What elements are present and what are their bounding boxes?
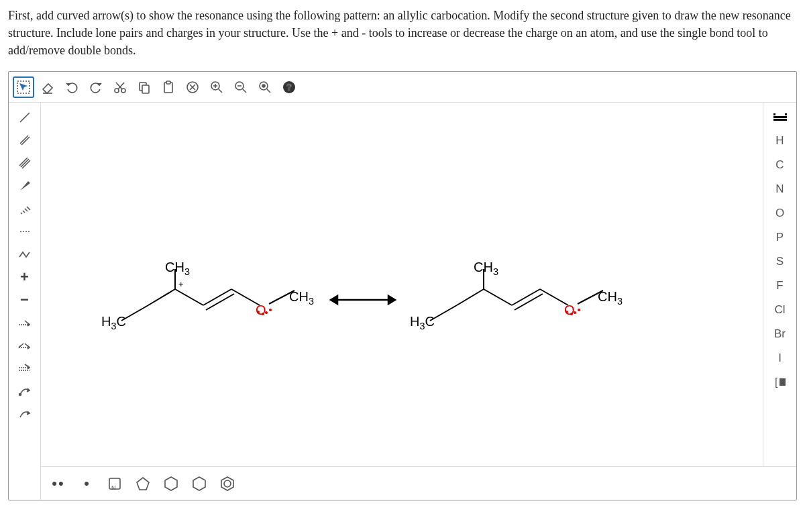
group-tool-icon[interactable]: [ bbox=[769, 371, 791, 392]
svg-marker-69 bbox=[388, 296, 395, 304]
svg-marker-70 bbox=[331, 296, 337, 304]
left-ch3-right-label: CH3 bbox=[289, 289, 314, 307]
redo-icon[interactable] bbox=[85, 76, 107, 98]
right-ch3-right-label: CH3 bbox=[598, 289, 623, 307]
ring-6b-icon[interactable] bbox=[189, 473, 210, 494]
instructions-text: First, add curved arrow(s) to show the r… bbox=[8, 7, 797, 59]
copy-icon[interactable] bbox=[133, 76, 155, 98]
benzene-icon[interactable] bbox=[217, 473, 238, 494]
dashed-bond-icon[interactable] bbox=[14, 221, 36, 242]
svg-line-25 bbox=[20, 113, 30, 122]
drawing-canvas[interactable]: + H3C CH3 O CH3 bbox=[41, 103, 763, 466]
svg-line-72 bbox=[457, 289, 484, 305]
svg-marker-52 bbox=[193, 477, 205, 490]
svg-line-58 bbox=[175, 289, 203, 305]
svg-line-35 bbox=[27, 207, 30, 210]
resonance-arrow-icon bbox=[323, 292, 403, 308]
svg-rect-42 bbox=[773, 113, 775, 115]
charge-minus-icon[interactable]: − bbox=[14, 289, 36, 311]
periodic-table-icon[interactable] bbox=[769, 107, 791, 128]
svg-text:N: N bbox=[111, 484, 116, 491]
lone-pair-1-icon[interactable]: • bbox=[76, 473, 97, 494]
svg-marker-31 bbox=[20, 181, 30, 191]
svg-line-56 bbox=[148, 289, 175, 305]
bottom-toolbar: •• • N bbox=[41, 466, 796, 500]
undo-icon[interactable] bbox=[61, 76, 83, 98]
svg-marker-51 bbox=[165, 477, 177, 490]
svg-text:?: ? bbox=[286, 82, 292, 93]
svg-text:+: + bbox=[178, 279, 184, 289]
chemistry-editor: ? + − H C N O P S F Cl Br I [ •• • N bbox=[8, 71, 797, 500]
double-bond-icon[interactable] bbox=[14, 129, 36, 151]
svg-line-14 bbox=[219, 89, 222, 93]
paste-icon[interactable] bbox=[158, 76, 179, 98]
zoom-in-icon[interactable] bbox=[206, 76, 227, 98]
svg-text:[: [ bbox=[775, 376, 778, 388]
right-h3c-label: H3C bbox=[410, 314, 435, 331]
svg-line-21 bbox=[267, 89, 270, 93]
zoom-fit-icon[interactable] bbox=[254, 76, 276, 98]
svg-rect-47 bbox=[780, 378, 786, 386]
svg-line-32 bbox=[21, 213, 22, 214]
atom-c-button[interactable]: C bbox=[769, 154, 792, 176]
help-icon[interactable]: ? bbox=[278, 76, 300, 98]
hash-bond-icon[interactable] bbox=[14, 198, 36, 219]
eraser-tool-icon[interactable] bbox=[37, 76, 58, 98]
atom-o-button[interactable]: O bbox=[769, 202, 792, 225]
top-toolbar: ? bbox=[9, 72, 796, 103]
svg-rect-9 bbox=[166, 81, 170, 84]
structure-right bbox=[403, 257, 618, 344]
svg-point-41 bbox=[19, 394, 21, 396]
right-toolbar: H C N O P S F Cl Br I [ bbox=[763, 103, 796, 466]
atom-br-button[interactable]: Br bbox=[769, 323, 792, 345]
left-h3c-label: H3C bbox=[101, 314, 126, 331]
atom-n-button[interactable]: N bbox=[769, 178, 792, 201]
ring-5-icon[interactable] bbox=[132, 473, 154, 494]
pushing-arrow-1-icon[interactable] bbox=[14, 312, 36, 333]
lone-pair-2-icon[interactable]: •• bbox=[48, 473, 69, 494]
atom-cl-button[interactable]: Cl bbox=[769, 299, 792, 321]
zoom-out-icon[interactable] bbox=[230, 76, 252, 98]
right-ch3-top-label: CH3 bbox=[474, 260, 498, 277]
charge-plus-icon[interactable]: + bbox=[14, 266, 36, 288]
svg-line-34 bbox=[25, 209, 28, 211]
svg-marker-50 bbox=[137, 478, 149, 490]
wedge-bond-icon[interactable] bbox=[14, 175, 36, 197]
curved-arrow-half-icon[interactable] bbox=[14, 380, 36, 402]
svg-line-74 bbox=[484, 289, 512, 305]
svg-marker-53 bbox=[221, 477, 233, 490]
ring-6-icon[interactable] bbox=[160, 473, 182, 494]
svg-line-33 bbox=[23, 211, 25, 213]
svg-point-22 bbox=[262, 85, 265, 87]
pushing-arrow-3-icon[interactable] bbox=[14, 358, 36, 379]
left-ch3-top-label: CH3 bbox=[165, 260, 190, 277]
svg-point-82 bbox=[578, 309, 580, 311]
selection-tool-icon[interactable] bbox=[13, 76, 34, 98]
single-bond-icon[interactable] bbox=[14, 107, 36, 128]
atom-h-button[interactable]: H bbox=[769, 129, 792, 152]
svg-point-66 bbox=[269, 309, 272, 311]
left-o-label: O bbox=[256, 303, 266, 318]
right-o-label: O bbox=[564, 303, 575, 318]
delete-circle-icon[interactable] bbox=[182, 76, 203, 98]
triple-bond-icon[interactable] bbox=[14, 152, 36, 174]
atom-p-button[interactable]: P bbox=[769, 226, 792, 249]
curved-arrow-full-icon[interactable] bbox=[14, 403, 36, 425]
cut-icon[interactable] bbox=[109, 76, 131, 98]
chain-tool-icon[interactable] bbox=[14, 244, 36, 265]
atom-f-button[interactable]: F bbox=[769, 274, 792, 297]
atom-s-button[interactable]: S bbox=[769, 250, 792, 273]
svg-point-54 bbox=[224, 480, 231, 487]
structure-left: + bbox=[95, 257, 309, 344]
svg-rect-44 bbox=[773, 116, 787, 118]
pushing-arrow-2-icon[interactable] bbox=[14, 335, 36, 356]
svg-rect-7 bbox=[142, 85, 149, 93]
ring-N-icon[interactable]: N bbox=[104, 473, 125, 494]
svg-rect-45 bbox=[773, 119, 787, 121]
svg-rect-43 bbox=[785, 113, 787, 115]
atom-i-button[interactable]: I bbox=[769, 347, 792, 370]
svg-line-18 bbox=[243, 89, 246, 93]
left-toolbar: + − bbox=[9, 103, 41, 500]
